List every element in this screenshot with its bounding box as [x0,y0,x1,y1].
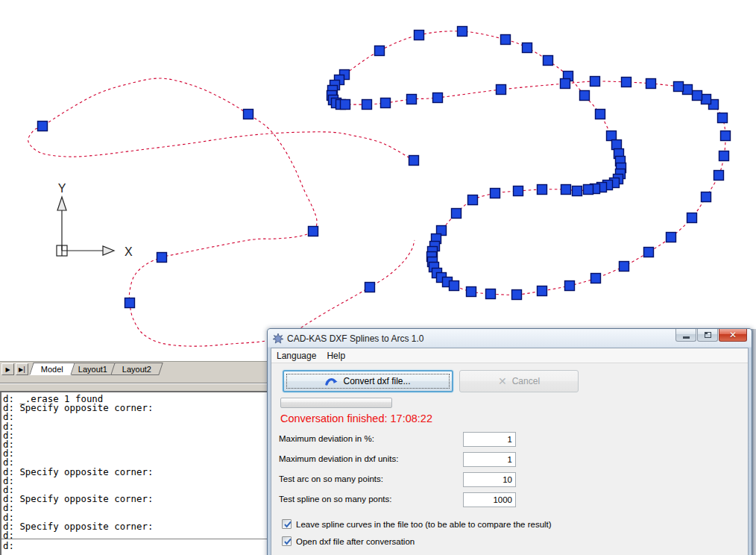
grip-square[interactable] [596,110,605,119]
sheet-tab-label: Model [41,365,63,374]
restore-button[interactable] [697,329,718,342]
grip-square[interactable] [415,31,424,40]
grip-square[interactable] [561,185,571,195]
grip-square[interactable] [341,100,350,110]
grip-square[interactable] [561,79,570,89]
grip-square[interactable] [714,171,724,181]
checkbox-checked[interactable] [282,536,292,546]
field-input[interactable] [463,432,516,447]
ucs-axis-icon: Y X [57,182,133,258]
field-row: Maximum deviation in dxf units: [271,452,748,467]
grip-square[interactable] [646,79,656,89]
grip-square[interactable] [702,192,711,202]
gear-icon [273,333,283,344]
grip-square[interactable] [620,262,629,272]
tab-nav-arrow-0[interactable]: ▶ [1,363,14,375]
field-input[interactable] [463,452,516,467]
progress-bar [280,398,392,408]
left-spline[interactable] [28,78,415,346]
grip-square[interactable] [450,281,459,291]
grip-square[interactable] [38,122,48,131]
grip-square[interactable] [721,131,731,141]
tab-nav-buttons: ▶▶| [0,362,28,375]
blue-curve-arrow-icon [325,376,338,386]
field-row: Test arc on so many points: [271,472,748,487]
grip-square[interactable] [644,248,654,257]
tab-nav-arrow-1[interactable]: ▶| [16,363,28,375]
grip-square[interactable] [309,227,318,236]
grip-square[interactable] [244,110,253,119]
grip-square[interactable] [718,113,728,123]
grip-square[interactable] [433,93,443,103]
ucs-y-label: Y [58,182,66,195]
ucs-x-arrowhead [103,246,114,255]
grip-square[interactable] [125,298,135,308]
grip-square[interactable] [523,43,532,53]
grip-square[interactable] [612,140,622,150]
convert-dxf-button[interactable]: Convert dxf file... [283,370,453,392]
grip-square[interactable] [687,213,697,223]
grip-square[interactable] [409,156,419,166]
sheet-tab-model[interactable]: Model [29,363,75,375]
grip-square[interactable] [486,289,496,299]
grip-square[interactable] [607,131,617,141]
grip-square[interactable] [683,85,693,95]
grip-square[interactable] [375,46,385,56]
grip-square[interactable] [565,281,575,291]
right-spline[interactable] [332,31,725,295]
grip-square[interactable] [452,209,462,219]
checkbox-checked[interactable] [282,519,292,529]
grip-square[interactable] [580,91,590,101]
menu-language[interactable]: Language [271,349,321,363]
grip-square[interactable] [702,95,711,104]
menu-help[interactable]: Help [321,349,350,363]
field-input[interactable] [463,472,516,487]
sheet-tab-label: Layout1 [78,365,107,374]
grip-square[interactable] [538,286,547,296]
app-window: { "drawing": { "stroke_color": "#d10030"… [0,0,756,555]
checkbox-row: Open dxf file after conversation [282,536,415,546]
grip-square[interactable] [497,85,506,95]
close-button[interactable]: ✕ [719,329,747,342]
check-icon [283,537,292,546]
field-label: Test spline on so many ponts: [279,495,392,504]
grip-square[interactable] [573,186,582,196]
grip-square[interactable] [362,100,372,110]
minimize-button[interactable] [675,329,696,342]
grip-square[interactable] [365,283,375,292]
field-label: Maximum deviation in dxf units: [279,454,398,463]
grip-square[interactable] [458,27,467,37]
convert-button-label: Convert dxf file... [343,376,410,386]
checkbox-label: Leave spline curves in the file too (to … [296,520,552,529]
close-x-icon: ✕ [729,330,737,341]
grip-square[interactable] [468,195,478,205]
grip-square[interactable] [674,82,684,92]
grip-square[interactable] [693,91,702,101]
cancel-button[interactable]: ✕ Cancel [459,370,579,392]
gray-x-icon: ✕ [498,375,507,387]
grip-square[interactable] [622,78,631,87]
minimize-icon [683,336,690,339]
conversion-status: Conversation finished: 17:08:22 [280,413,432,424]
grip-square[interactable] [381,98,391,108]
grip-markers [38,27,731,308]
grip-square[interactable] [512,290,522,300]
sheet-tab-layout2[interactable]: Layout2 [110,363,163,375]
grip-square[interactable] [491,189,500,198]
grip-square[interactable] [667,233,676,242]
grip-square[interactable] [157,253,167,263]
sheet-tab-label: Layout2 [122,365,151,374]
grip-square[interactable] [590,77,600,87]
grip-square[interactable] [544,56,553,66]
grip-square[interactable] [584,185,593,195]
grip-square[interactable] [719,151,729,161]
grip-square[interactable] [501,35,511,45]
grip-square[interactable] [407,95,417,104]
grip-square[interactable] [514,186,523,196]
field-input[interactable] [463,492,516,507]
ucs-y-arrowhead [57,197,66,210]
grip-square[interactable] [591,274,601,283]
dialog-title: CAD-KAS DXF Splines to Arcs 1.0 [287,333,423,344]
grip-square[interactable] [538,185,547,195]
grip-square[interactable] [467,287,476,297]
